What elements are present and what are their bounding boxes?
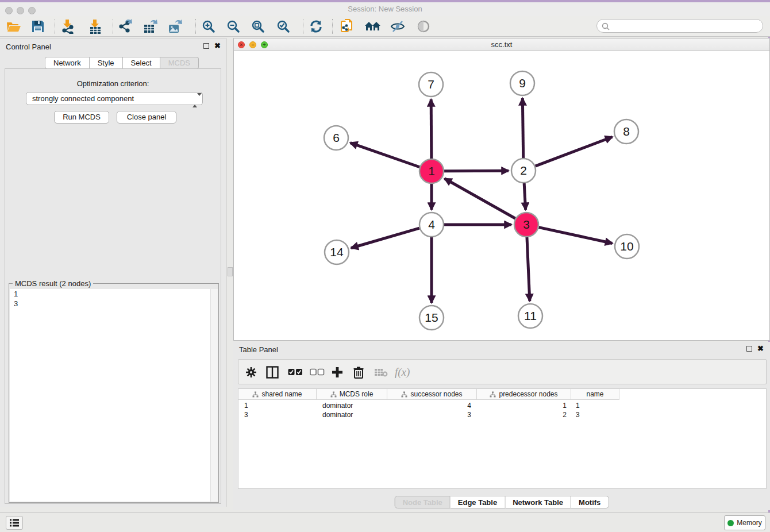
close-panel-button[interactable]: Close panel	[117, 111, 176, 124]
hide-graphics-details-button[interactable]	[387, 17, 408, 36]
cell-mcds-role: dominator	[322, 401, 353, 410]
add-column-button[interactable]	[332, 364, 343, 380]
mcds-result-list[interactable]: 1 3	[10, 289, 218, 502]
cell-successor-nodes: 3	[387, 410, 471, 419]
float-panel-icon[interactable]	[746, 346, 752, 352]
columns-icon	[266, 366, 279, 379]
save-session-button[interactable]	[28, 17, 48, 36]
graph-node-label-10: 10	[620, 240, 633, 253]
mcds-panel-body: Optimization criterion: strongly connect…	[5, 68, 221, 504]
column-header-name[interactable]: name	[571, 389, 619, 400]
zoom-out-button[interactable]	[223, 17, 244, 36]
tab-network[interactable]: Network	[45, 57, 90, 69]
tab-network-table[interactable]: Network Table	[505, 496, 571, 508]
export-table-button[interactable]	[140, 17, 161, 36]
graph-edge-2-8[interactable]	[536, 137, 613, 166]
import-network-button[interactable]	[57, 17, 78, 36]
network-maximize-button[interactable]: +	[261, 41, 268, 48]
table-row[interactable]: 1 dominator 4 1 1	[238, 401, 766, 410]
network-canvas[interactable]: 1234678910111415	[234, 51, 769, 340]
table-row[interactable]: 3 dominator 3 2 3	[238, 410, 766, 419]
open-file-button[interactable]	[3, 17, 24, 36]
app-title: Session: New Session	[0, 2, 770, 16]
tab-style[interactable]: Style	[90, 57, 123, 69]
network-close-button[interactable]: ×	[238, 41, 245, 48]
toolbar-separator	[55, 19, 55, 34]
graph-node-label-15: 15	[425, 311, 438, 324]
bird-eye-view-button[interactable]	[413, 17, 434, 36]
tab-select[interactable]: Select	[123, 57, 160, 69]
delete-column-button[interactable]	[353, 364, 364, 380]
column-header-predecessor-nodes[interactable]: predecessor nodes	[477, 389, 571, 400]
result-scrollbar[interactable]	[210, 289, 218, 502]
close-window-button[interactable]	[5, 7, 13, 14]
graph-edge-3-1[interactable]	[445, 179, 515, 218]
select-all-icon	[288, 368, 303, 376]
refresh-view-button[interactable]	[306, 17, 326, 36]
close-panel-icon[interactable]: ✖	[214, 43, 221, 49]
vertical-splitter-handle[interactable]	[228, 267, 233, 276]
zoom-window-button[interactable]	[28, 7, 36, 14]
function-builder-button[interactable]: f(x)	[395, 364, 410, 380]
graph-node-label-6: 6	[333, 131, 340, 144]
open-folder-icon	[6, 20, 21, 33]
run-mcds-button[interactable]: Run MCDS	[54, 111, 109, 124]
clone-network-button[interactable]	[337, 17, 358, 36]
main-toolbar	[0, 16, 770, 37]
graph-node-label-1: 1	[428, 164, 435, 178]
tab-motifs[interactable]: Motifs	[571, 496, 609, 508]
cell-shared-name: 1	[244, 401, 248, 410]
zoom-fit-button[interactable]	[248, 17, 268, 36]
graph-edge-1-6[interactable]	[351, 143, 420, 167]
fx-icon: f(x)	[395, 366, 410, 379]
network-minimize-button[interactable]: −	[249, 41, 256, 48]
graph-edge-1-2[interactable]	[444, 171, 509, 171]
graph-node-label-9: 9	[519, 76, 526, 90]
deselect-all-button[interactable]	[310, 364, 325, 380]
close-panel-icon[interactable]: ✖	[757, 346, 764, 352]
column-layout-button[interactable]	[266, 364, 279, 380]
home-view-button[interactable]	[363, 17, 383, 36]
float-panel-icon[interactable]	[203, 43, 209, 49]
import-table-button[interactable]	[85, 17, 106, 36]
search-input[interactable]	[613, 21, 758, 31]
criterion-value: strongly connected component	[32, 94, 134, 103]
export-network-button[interactable]	[116, 17, 136, 36]
refresh-icon	[309, 20, 323, 33]
zoom-selected-button[interactable]	[273, 17, 294, 36]
zoom-in-icon	[202, 20, 215, 33]
memory-status-icon	[727, 520, 734, 526]
memory-button[interactable]: Memory	[724, 515, 765, 530]
control-panel: Control Panel ✖ Network Style Select MCD…	[0, 38, 226, 507]
cell-predecessor-nodes: 2	[477, 410, 567, 419]
tab-mcds[interactable]: MCDS	[160, 57, 199, 69]
select-all-button[interactable]	[288, 364, 303, 380]
tab-node-table[interactable]: Node Table	[395, 496, 451, 508]
column-header-shared-name[interactable]: shared name	[238, 389, 317, 400]
graph-edge-1-7[interactable]	[431, 99, 432, 159]
graph-edge-2-3[interactable]	[524, 183, 525, 210]
import-table-icon	[88, 19, 103, 34]
minimize-window-button[interactable]	[17, 7, 24, 14]
node-table[interactable]: shared name MCDS role successor nodes	[238, 388, 767, 489]
export-image-button[interactable]	[165, 17, 186, 36]
deselect-all-icon	[310, 368, 325, 376]
home-icon	[364, 20, 382, 33]
column-header-mcds-role[interactable]: MCDS role	[317, 389, 387, 400]
table-toolbar: f(x)	[238, 359, 767, 384]
table-settings-button[interactable]	[245, 364, 257, 380]
graph-edge-2-9[interactable]	[522, 98, 523, 158]
zoom-in-button[interactable]	[198, 17, 219, 36]
graph-node-label-7: 7	[428, 78, 434, 91]
column-header-successor-nodes[interactable]: successor nodes	[387, 389, 477, 400]
graph-edge-4-14[interactable]	[351, 228, 419, 248]
tab-edge-table[interactable]: Edge Table	[451, 496, 505, 508]
graph-edge-3-10[interactable]	[538, 228, 612, 244]
cell-predecessor-nodes: 1	[477, 401, 567, 410]
task-history-button[interactable]	[6, 516, 23, 530]
cell-name: 1	[576, 401, 580, 410]
criterion-dropdown[interactable]: strongly connected component	[26, 92, 203, 105]
graph-edge-3-11[interactable]	[527, 237, 530, 301]
table-panel-tabs: Node Table Edge Table Network Table Moti…	[395, 496, 609, 508]
delete-table-button[interactable]	[374, 364, 388, 380]
